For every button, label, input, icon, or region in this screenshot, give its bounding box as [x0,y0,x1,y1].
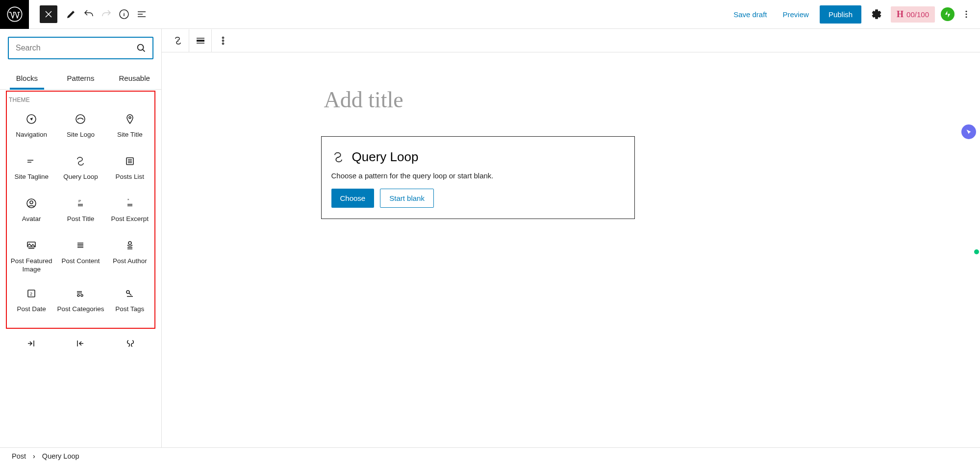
block-item-site-tagline[interactable]: Site Tagline [7,148,56,191]
block-item-label: Query Loop [63,173,98,181]
breadcrumb-item[interactable]: Post [12,452,26,460]
info-icon[interactable] [115,5,133,23]
block-item-label: Site Tagline [14,173,49,181]
post-title-placeholder[interactable]: Add title [324,87,821,113]
block-toolbar [162,29,980,52]
edit-icon[interactable] [62,5,80,23]
block-inserter-panel: Blocks Patterns Reusable THEME Navigatio… [0,29,162,447]
svg-point-3 [966,14,967,15]
choose-button[interactable]: Choose [331,189,375,208]
block-item-query-loop[interactable]: Query Loop [56,148,105,191]
query-loop-placeholder: Query Loop Choose a pattern for the quer… [321,136,635,219]
block-item-label: Site Logo [67,131,95,139]
block-item-label: Site Title [117,131,143,139]
tags-icon [124,288,136,299]
start-blank-button[interactable]: Start blank [380,189,434,208]
categories-icon [75,288,86,299]
preview-button[interactable]: Preview [778,6,814,23]
content-icon [75,240,86,251]
redo-icon[interactable] [98,5,115,23]
search-input[interactable] [16,44,136,52]
block-item-label: Post Author [113,257,147,266]
block-item-avatar[interactable]: Avatar [7,191,56,233]
readability-score-value: 00/100 [906,10,929,19]
block-item-label: Post Featured Image [8,257,55,274]
block-item-next[interactable] [6,335,56,362]
block-item-post-content[interactable]: Post Content [56,233,105,281]
posttitle-icon [75,197,86,209]
block-item-post-tags[interactable]: Post Tags [105,281,154,323]
section-label-theme: THEME [7,92,154,106]
block-item-post-author[interactable]: Post Author [105,233,154,281]
tab-blocks[interactable]: Blocks [0,67,54,89]
loop-icon [331,150,345,164]
block-item-label: Navigation [16,131,47,139]
loop-icon [75,155,86,167]
publish-button[interactable]: Publish [820,5,861,24]
block-item-pagenum[interactable] [105,335,155,362]
undo-icon[interactable] [80,5,98,23]
block-item-site-logo[interactable]: Site Logo [56,106,105,148]
chevron-right-icon: › [33,452,35,460]
save-draft-button[interactable]: Save draft [729,6,772,23]
jetpack-icon[interactable] [941,7,955,21]
block-item-navigation[interactable]: Navigation [7,106,56,148]
tab-patterns[interactable]: Patterns [54,67,108,89]
query-loop-description: Choose a pattern for the query loop or s… [331,171,625,180]
readability-score-badge[interactable]: H 00/100 [891,6,935,23]
block-item-label: Post Content [61,257,100,266]
search-icon [136,43,147,53]
green-indicator-dot [974,249,979,254]
block-item-label: Post Date [17,305,46,314]
toolbar-queryloop-icon[interactable] [167,29,189,52]
outline-icon[interactable] [133,5,151,23]
block-item-prev[interactable] [56,335,106,362]
close-inserter-button[interactable] [40,5,57,23]
h-icon: H [897,9,904,20]
block-item-label: Posts List [116,173,145,181]
topbar: Save draft Preview Publish H 00/100 [0,0,980,29]
compass-icon [25,113,37,125]
more-menu-icon[interactable] [960,5,972,23]
editor-canvas: Add title Query Loop Choose a pattern fo… [162,29,980,447]
block-item-label: Post Excerpt [111,215,149,223]
grammarly-icon[interactable] [961,124,976,139]
wordpress-logo[interactable] [0,0,29,29]
block-item-post-featured-image[interactable]: Post Featured Image [7,233,56,281]
date-icon [25,288,37,299]
settings-icon[interactable] [867,5,885,23]
prev-icon [75,338,86,349]
inserter-tabs: Blocks Patterns Reusable [0,67,161,90]
breadcrumb: Post › Query Loop [0,447,980,464]
breadcrumb-item[interactable]: Query Loop [42,452,79,460]
block-item-label: Post Tags [115,305,144,314]
next-icon [25,338,37,349]
block-item-label: Post Title [67,215,95,223]
toolbar-align-icon[interactable] [189,29,212,52]
svg-point-9 [222,43,224,44]
excerpt-icon [124,197,136,209]
theme-blocks-highlight: THEME NavigationSite LogoSite TitleSite … [6,91,155,329]
postslist-icon [124,155,136,167]
toolbar-more-icon[interactable] [212,29,234,52]
block-item-post-date[interactable]: Post Date [7,281,56,323]
block-item-post-excerpt[interactable]: Post Excerpt [105,191,154,233]
svg-point-0 [7,7,22,21]
svg-point-2 [966,11,967,12]
query-loop-heading: Query Loop [352,149,419,165]
svg-point-5 [138,45,144,50]
featimg-icon [25,240,37,251]
sitelogo-icon [75,113,86,125]
svg-point-7 [222,37,224,38]
svg-rect-6 [197,40,204,42]
svg-point-8 [222,40,224,41]
svg-point-4 [966,16,967,18]
block-item-post-title[interactable]: Post Title [56,191,105,233]
author-icon [124,240,136,251]
block-item-site-title[interactable]: Site Title [105,106,154,148]
block-item-post-categories[interactable]: Post Categories [56,281,105,323]
search-box [8,37,153,59]
tab-reusable[interactable]: Reusable [107,67,161,89]
block-item-label: Post Categories [57,305,104,314]
block-item-posts-list[interactable]: Posts List [105,148,154,191]
